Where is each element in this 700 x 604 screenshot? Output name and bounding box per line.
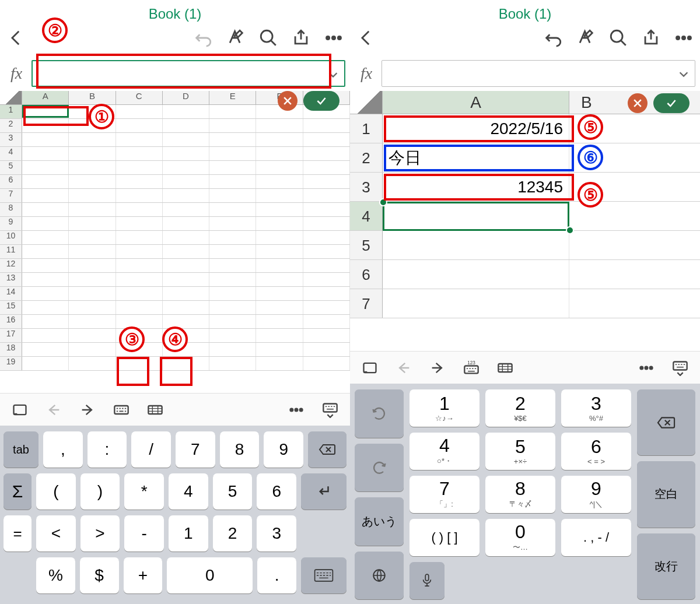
- key-kana-switch[interactable]: あいう: [355, 497, 404, 546]
- hide-keyboard-button[interactable]: [314, 397, 346, 423]
- key-7[interactable]: 7「」:: [410, 476, 480, 513]
- select-all-corner[interactable]: [0, 91, 22, 104]
- search-button[interactable]: [602, 22, 635, 54]
- numeric-keyboard-button[interactable]: [139, 397, 172, 423]
- formula-input[interactable]: [382, 60, 695, 87]
- next-cell-button[interactable]: [71, 397, 104, 423]
- key-comma[interactable]: ,: [43, 431, 83, 468]
- japanese-numeric-keyboard: あいう 1☆♪→ 2¥$€ 3%°# 4○*・ 5+×÷ 6< = > 7「」:…: [350, 384, 700, 604]
- key-undo[interactable]: [355, 389, 404, 438]
- share-button[interactable]: [285, 22, 317, 54]
- key-9[interactable]: 9: [264, 431, 303, 468]
- key-slash[interactable]: /: [131, 431, 171, 468]
- column-header-C[interactable]: C: [116, 91, 163, 104]
- row-header-1[interactable]: 1: [0, 105, 22, 118]
- key-minus[interactable]: -: [124, 515, 164, 552]
- key-4[interactable]: 4○*・: [410, 433, 480, 470]
- row-header-4[interactable]: 4: [350, 202, 383, 230]
- key-7[interactable]: 7: [176, 431, 215, 468]
- key-backspace[interactable]: [637, 389, 695, 455]
- key-4[interactable]: 4: [169, 473, 208, 510]
- next-cell-button[interactable]: [421, 355, 454, 381]
- confirm-edit-button[interactable]: [653, 93, 690, 113]
- key-tab[interactable]: tab: [4, 431, 38, 468]
- key-brackets[interactable]: ( ) [ ]: [410, 519, 480, 556]
- key-backspace[interactable]: [308, 431, 346, 468]
- key-6[interactable]: 6: [257, 473, 296, 510]
- column-header-D[interactable]: D: [163, 91, 209, 104]
- key-6[interactable]: 6< = >: [561, 433, 631, 470]
- key-punct[interactable]: . , - /: [561, 519, 631, 556]
- key-dot[interactable]: .: [257, 557, 296, 594]
- key-abc-keyboard[interactable]: [301, 557, 346, 594]
- hide-keyboard-button[interactable]: [664, 355, 696, 381]
- card-view-button[interactable]: [4, 397, 36, 423]
- key-sigma[interactable]: Σ: [4, 473, 32, 510]
- column-header-A[interactable]: A: [22, 91, 69, 104]
- key-1[interactable]: 1: [169, 515, 208, 552]
- key-globe[interactable]: [355, 552, 404, 600]
- selection-handle-icon[interactable]: [566, 226, 574, 234]
- key-gt[interactable]: >: [80, 515, 120, 552]
- key-space[interactable]: 空白: [637, 461, 695, 527]
- key-5[interactable]: 5: [213, 473, 253, 510]
- key-dollar[interactable]: $: [80, 557, 119, 594]
- numeric123-keyboard-button[interactable]: 123: [455, 355, 488, 381]
- row-header-1[interactable]: 1: [350, 114, 383, 143]
- more-input-button[interactable]: [280, 397, 313, 423]
- key-5[interactable]: 5+×÷: [485, 433, 555, 470]
- key-0[interactable]: 0: [167, 557, 253, 594]
- row-header-3[interactable]: 3: [350, 173, 383, 201]
- key-9[interactable]: 9^|＼: [561, 476, 631, 513]
- prev-cell-button[interactable]: [37, 397, 70, 423]
- key-2[interactable]: 2: [213, 515, 253, 552]
- key-2[interactable]: 2¥$€: [485, 389, 555, 427]
- key-0[interactable]: 0〜…: [485, 519, 555, 556]
- edit-style-button[interactable]: [569, 22, 602, 54]
- key-3[interactable]: 3: [257, 515, 296, 552]
- confirm-edit-button[interactable]: [303, 91, 340, 111]
- prev-cell-button[interactable]: [387, 355, 420, 381]
- key-redo[interactable]: [355, 444, 404, 492]
- annotation-box-1: [23, 106, 89, 126]
- selected-cell-A4[interactable]: [383, 202, 569, 231]
- key-3[interactable]: 3%°#: [561, 389, 631, 427]
- search-button[interactable]: [252, 22, 285, 54]
- undo-button[interactable]: [537, 22, 569, 54]
- cancel-edit-button[interactable]: [278, 91, 298, 111]
- back-button[interactable]: [0, 22, 33, 54]
- key-lparen[interactable]: (: [36, 473, 76, 510]
- cancel-edit-button[interactable]: [628, 93, 648, 113]
- more-button[interactable]: [317, 22, 350, 54]
- key-equals[interactable]: =: [4, 515, 32, 552]
- key-percent[interactable]: %: [36, 557, 75, 594]
- key-rparen[interactable]: ): [80, 473, 120, 510]
- more-button[interactable]: [667, 22, 700, 54]
- select-all-corner[interactable]: [350, 91, 383, 114]
- back-button[interactable]: [350, 22, 383, 54]
- undo-button[interactable]: [187, 22, 219, 54]
- key-plus[interactable]: +: [124, 557, 163, 594]
- key-mic[interactable]: [410, 562, 444, 599]
- key-8[interactable]: 8〒々〆: [485, 476, 555, 513]
- key-star[interactable]: *: [124, 473, 164, 510]
- annotation-box-3: [117, 357, 149, 386]
- formula-expand-icon[interactable]: [677, 68, 690, 83]
- share-button[interactable]: [635, 22, 667, 54]
- key-enter[interactable]: 改行: [637, 533, 695, 599]
- key-return[interactable]: [301, 473, 346, 510]
- key-lt[interactable]: <: [36, 515, 76, 552]
- card-view-button[interactable]: [354, 355, 386, 381]
- more-input-button[interactable]: [630, 355, 663, 381]
- table-keyboard-button[interactable]: [489, 355, 522, 381]
- column-header-A[interactable]: A: [383, 91, 569, 114]
- text-keyboard-button[interactable]: [105, 397, 138, 423]
- column-header-E[interactable]: E: [209, 91, 256, 104]
- key-colon[interactable]: :: [88, 431, 127, 468]
- column-header-B[interactable]: B: [69, 91, 116, 104]
- key-1[interactable]: 1☆♪→: [410, 389, 480, 427]
- row-header-2[interactable]: 2: [350, 143, 383, 172]
- row-header[interactable]: 2: [0, 119, 22, 132]
- key-8[interactable]: 8: [220, 431, 260, 468]
- edit-style-button[interactable]: [219, 22, 252, 54]
